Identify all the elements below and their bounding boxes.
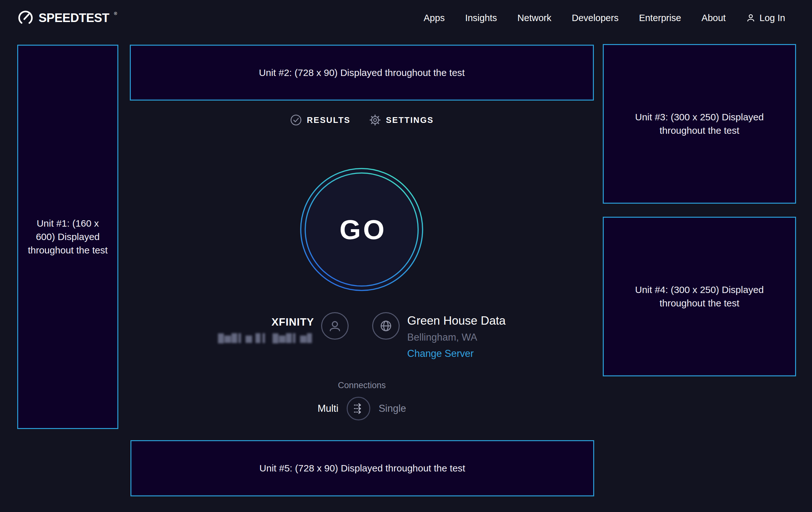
nav-item-developers[interactable]: Developers (572, 13, 619, 23)
multi-arrows-icon (352, 402, 365, 415)
server-location: Bellingham, WA (407, 332, 506, 343)
go-button[interactable]: GO (298, 166, 425, 293)
ad-unit-1-text: Unit #1: (160 x 600) Displayed throughou… (27, 217, 109, 257)
ad-unit-2-text: Unit #2: (728 x 90) Displayed throughout… (259, 66, 465, 79)
change-server-link[interactable]: Change Server (407, 348, 474, 359)
login-label: Log In (759, 13, 785, 23)
ad-unit-4: Unit #4: (300 x 250) Displayed throughou… (603, 217, 796, 376)
tab-settings-label: SETTINGS (386, 115, 434, 125)
nav-item-network[interactable]: Network (517, 13, 551, 23)
go-button-label: GO (298, 166, 425, 293)
connections-label: Connections (130, 380, 594, 390)
server-avatar (372, 312, 400, 340)
isp-name: XFINITY (218, 316, 314, 328)
tab-results[interactable]: RESULTS (290, 114, 350, 126)
ad-unit-5-text: Unit #5: (728 x 90) Displayed throughout… (259, 462, 465, 475)
speedtest-page: SPEEDTEST ® Apps Insights Network Develo… (0, 0, 812, 512)
connection-mode-toggle[interactable] (347, 397, 370, 421)
connection-mode-multi[interactable]: Multi (318, 403, 338, 414)
login-link[interactable]: Log In (746, 13, 785, 23)
ad-unit-1: Unit #1: (160 x 600) Displayed throughou… (17, 45, 118, 429)
test-tabs: RESULTS (130, 114, 594, 126)
globe-icon (378, 318, 394, 333)
isp-detail-redacted: █▆▉▍▆ ▊▍ █▆▉▍▆▊ (218, 333, 314, 343)
nav-item-insights[interactable]: Insights (465, 13, 497, 23)
nav-item-apps[interactable]: Apps (424, 13, 444, 23)
server-block: Green House Data Bellingham, WA Change S… (407, 312, 506, 359)
connections-toggle-row: Multi Single (130, 397, 594, 421)
person-icon (327, 319, 342, 333)
gear-icon (369, 114, 381, 126)
isp-block: XFINITY █▆▉▍▆ ▊▍ █▆▉▍▆▊ (218, 312, 314, 343)
isp-avatar (321, 312, 349, 340)
connections-section: Connections Multi (130, 380, 594, 421)
ad-unit-5: Unit #5: (728 x 90) Displayed throughout… (130, 440, 594, 496)
ad-unit-4-text: Unit #4: (300 x 250) Displayed throughou… (624, 283, 775, 310)
trademark-symbol: ® (114, 11, 117, 16)
nav-item-enterprise[interactable]: Enterprise (639, 13, 681, 23)
server-name: Green House Data (407, 314, 506, 327)
nav-item-about[interactable]: About (702, 13, 726, 23)
connection-mode-single[interactable]: Single (379, 403, 406, 414)
speedtest-logo[interactable]: SPEEDTEST ® (17, 9, 117, 26)
ad-unit-3: Unit #3: (300 x 250) Displayed throughou… (603, 44, 796, 204)
main-nav: Apps Insights Network Developers Enterpr… (424, 13, 785, 23)
logo-wordmark: SPEEDTEST (38, 9, 109, 26)
person-icon (746, 13, 756, 23)
tab-results-label: RESULTS (307, 115, 350, 125)
top-nav-bar: SPEEDTEST ® Apps Insights Network Develo… (0, 0, 812, 36)
ad-unit-3-text: Unit #3: (300 x 250) Displayed throughou… (624, 110, 775, 137)
go-button-area: GO (298, 166, 425, 293)
tab-settings[interactable]: SETTINGS (369, 114, 434, 126)
check-circle-icon (290, 114, 302, 126)
ad-unit-2: Unit #2: (728 x 90) Displayed throughout… (130, 45, 594, 101)
isp-server-row: XFINITY █▆▉▍▆ ▊▍ █▆▉▍▆▊ Green House Dat (130, 312, 594, 359)
speedometer-icon (17, 9, 34, 26)
